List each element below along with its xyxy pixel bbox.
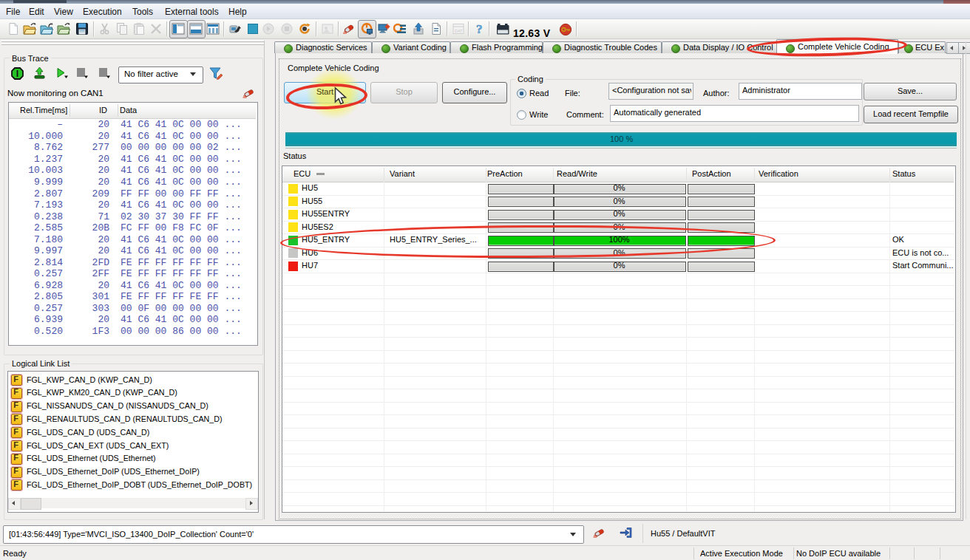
svg-text:?: ? — [476, 22, 483, 35]
svg-text:DAT: DAT — [455, 29, 463, 33]
